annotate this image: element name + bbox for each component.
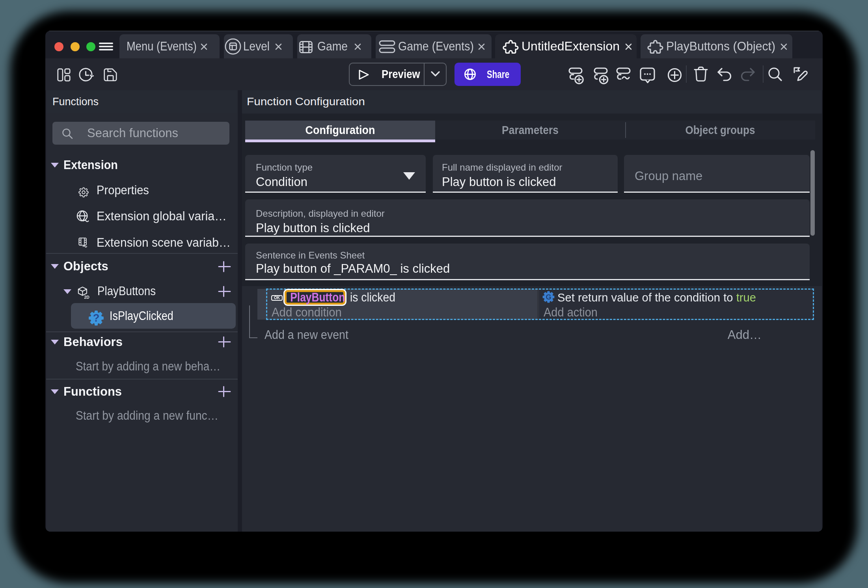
svg-text:2D: 2D (84, 295, 89, 300)
svg-text:?: ? (93, 312, 100, 324)
svg-text:G: G (546, 293, 551, 301)
